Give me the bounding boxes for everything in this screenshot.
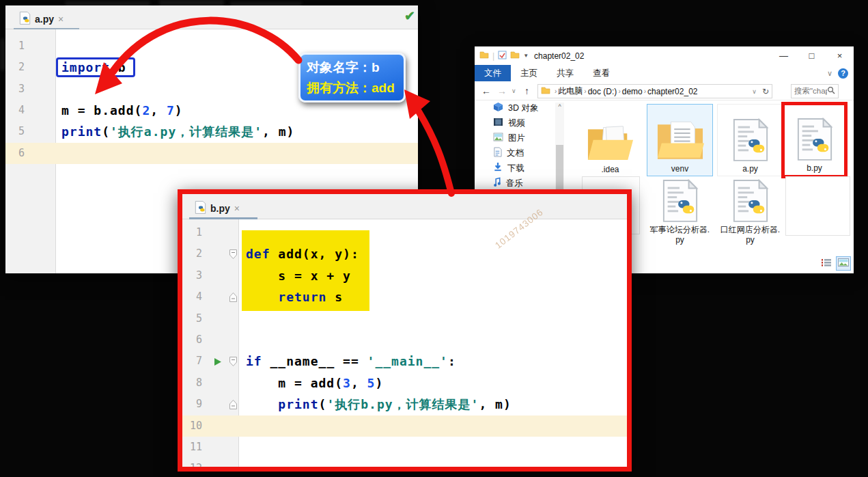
menu-tab-主页[interactable]: 主页 [511,68,547,79]
details-view-icon[interactable] [820,257,833,271]
close-button[interactable]: × [826,46,854,65]
current-line-highlight [182,415,627,437]
sidebar-item-label: 3D 对象 [508,103,538,114]
python-file-icon [796,118,834,163]
line-number: 5 [182,308,202,329]
file-item-frame-empty [785,176,850,236]
menu-tab-共享[interactable]: 共享 [547,68,583,79]
fold-marker-icon[interactable] [229,357,237,369]
fold-marker-icon[interactable] [229,249,237,262]
address-dropdown-icon[interactable]: ∨ [752,88,757,95]
sidebar-item-doc[interactable]: 文档 [493,146,524,160]
arrow-bpy-to-tooltip [419,111,451,193]
line-number: 1 [182,222,202,243]
sidebar-item-label: 音乐 [506,178,523,189]
tab-label: b.py [210,203,230,214]
code-line: print('执行a.py，计算结果是', m) [61,121,294,142]
file-name: 口红网店分析器. [720,225,780,235]
ribbon-menu: 文件 主页共享查看 [475,65,854,81]
code-line: if __name__ == '__main__': [246,351,456,372]
line-number: 11 [182,437,202,458]
menu-file[interactable]: 文件 [475,65,511,81]
search-box[interactable]: 搜索"chap... [791,84,839,98]
window-title: chapter02_02 [534,51,584,61]
bpy-editor-body[interactable]: 12def add(x, y):3 s = x + y4 return s567… [182,219,627,467]
python-file-icon [195,201,206,217]
view-toggles [820,256,851,271]
line-number: 8 [182,372,202,394]
refresh-icon[interactable]: ↻ [762,87,769,96]
line-number: 7 [182,351,202,372]
file-name: a.py [742,164,758,174]
tooltip-line2: 拥有方法：add [307,78,397,98]
sidebar-item-video[interactable]: 视频 [493,116,525,130]
menu-tab-查看[interactable]: 查看 [583,68,619,79]
annotation-tooltip: 对象名字：b 拥有方法：add [298,53,406,103]
help-icon[interactable]: ? [838,68,848,79]
folder-icon [510,51,520,61]
fold-marker-icon[interactable] [229,292,237,305]
tab-apy[interactable]: a.py × [14,8,79,31]
breadcrumb-item[interactable]: demo [622,87,643,96]
breadcrumb-item[interactable]: chapter02_02 [647,87,697,96]
code-line: print('执行b.py，计算结果是', m) [246,394,512,415]
pictures-icon [493,133,503,144]
line-number: 4 [182,286,202,308]
sidebar-item-pictures[interactable]: 图片 [493,131,525,145]
file-item-军事论坛分析器.py[interactable]: 军事论坛分析器.py [647,179,713,245]
scroll-up-icon[interactable]: ^ [555,103,564,111]
sidebar-item-download[interactable]: 下载 [493,161,524,175]
breadcrumb-separator: › [617,87,621,95]
code-line: def add(x, y): [246,243,359,264]
back-icon[interactable]: ← [481,81,491,100]
line-number: 6 [5,143,25,164]
doc-icon [493,147,502,159]
close-tab-icon[interactable]: × [234,203,240,214]
maximize-button[interactable]: □ [798,46,826,65]
current-line-highlight [5,143,418,164]
scrollbar-thumb[interactable] [556,145,563,191]
line-number: 2 [5,57,25,78]
breadcrumb-item[interactable]: doc (D:) [588,87,617,96]
sidebar-item-label: 视频 [508,118,525,129]
file-name: b.py [807,163,822,174]
minimize-button[interactable]: — [770,46,798,65]
search-placeholder: 搜索"chap... [794,86,827,96]
recent-locations-icon[interactable]: ∨ [512,81,516,100]
line-number: 10 [182,415,202,437]
run-icon[interactable] [214,357,222,369]
line-number: 2 [182,243,202,264]
file-item-口红网店分析器.py[interactable]: 口红网店分析器.py [717,179,783,245]
fold-marker-icon[interactable] [229,400,237,412]
line-number: 4 [5,100,25,121]
address-field[interactable]: ›此电脑›doc (D:)›demo›chapter02_02 ∨ ↻ [537,84,772,98]
cube-icon [493,102,503,114]
sidebar-item-label: 下载 [507,163,524,174]
up-icon[interactable]: ↑ [524,81,529,100]
explorer-titlebar[interactable]: | ▼ chapter02_02 — □ × [475,46,854,65]
thumbnails-view-icon[interactable] [836,256,851,271]
ribbon-collapse-icon[interactable]: ∨ [827,69,832,78]
file-item-.idea[interactable]: .idea [577,104,643,176]
python-file-icon [731,118,770,164]
file-name: .idea [601,165,619,175]
sidebar-item-cube[interactable]: 3D 对象 [493,101,538,115]
folder-icon [587,122,634,165]
address-bar: ← → ∨ ↑ ›此电脑›doc (D:)›demo›chapter02_02 … [475,81,854,100]
line-number: 12 [182,458,202,467]
tab-bpy[interactable]: b.py × [189,196,257,221]
breadcrumb-item[interactable]: 此电脑 [558,85,583,97]
file-item-venv[interactable]: venv [647,104,713,176]
close-tab-icon[interactable]: × [58,14,64,25]
quick-access-toolbar[interactable]: | ▼ [475,51,529,62]
bpy-tab-strip: b.py × [182,194,627,219]
file-item-b.py[interactable]: b.py [781,102,848,178]
code-line: m = add(3, 5) [246,372,383,394]
chevron-down-icon[interactable]: ▼ [523,53,529,59]
breadcrumb-separator: › [583,87,587,95]
music-icon [493,177,501,189]
sidebar-item-music[interactable]: 音乐 [493,176,523,190]
forward-icon[interactable]: → [497,81,507,100]
python-file-icon [19,12,31,27]
file-item-a.py[interactable]: a.py [717,104,783,176]
